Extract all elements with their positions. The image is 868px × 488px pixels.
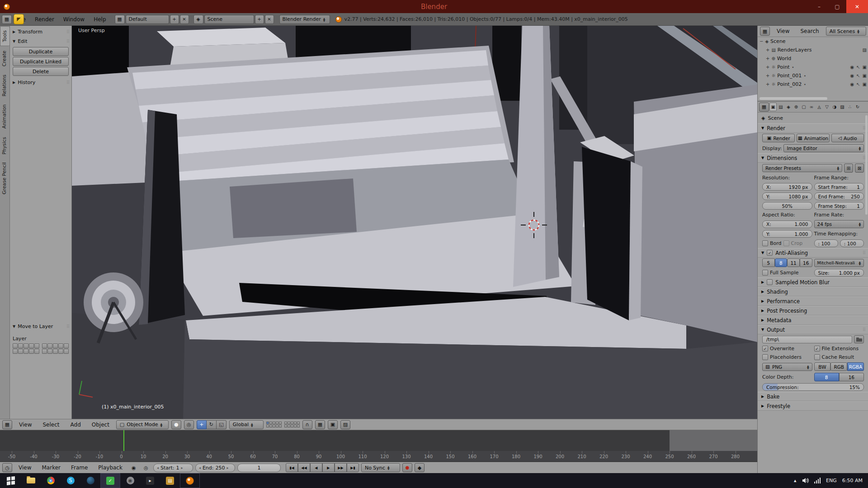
end-frame-field[interactable]: ◂End: 250▸ — [195, 464, 235, 472]
expander-icon[interactable]: + — [766, 47, 769, 52]
taskbar-icon-yellow-app[interactable]: ▤ — [160, 473, 180, 488]
pivot-point-button[interactable]: ◎ — [184, 420, 194, 429]
auto-keyframe-button[interactable]: ● — [402, 463, 412, 472]
scene-browse-button[interactable]: ◈ — [193, 15, 203, 24]
render-audio-button[interactable]: ◁ Audio — [831, 134, 864, 142]
start-frame-field[interactable]: Start Frame:1 — [814, 183, 864, 191]
preset-delete-button[interactable]: ⊠ — [855, 164, 864, 173]
3d-viewport[interactable]: User Persp (1) x0_main_interior_005 — [72, 26, 757, 419]
color-depth-16-button[interactable]: 16 — [839, 373, 864, 381]
expander-icon[interactable]: + — [766, 56, 769, 61]
outliner-display-select[interactable]: All Scenes ▲▼ — [826, 27, 866, 36]
frame-rate-select[interactable]: 24 fps▲▼ — [814, 220, 864, 228]
layout-delete-button[interactable]: ✕ — [180, 15, 189, 24]
outliner-menu-view[interactable]: View — [773, 26, 793, 36]
file-format-select[interactable]: ▨ PNG ▲▼ — [762, 363, 812, 371]
renderable-icon[interactable]: ▣ — [863, 82, 867, 87]
current-frame-field[interactable]: 1 — [237, 464, 281, 472]
menu-help[interactable]: Help — [90, 14, 110, 24]
taskbar-icon-browser[interactable] — [80, 473, 100, 488]
preset-add-button[interactable]: ⊞ — [844, 164, 853, 173]
jump-to-start-button[interactable]: ▮◀ — [286, 463, 298, 472]
taskbar-icon-green-app[interactable]: ✓ — [100, 473, 120, 488]
compression-slider[interactable]: Compression: 15% — [762, 383, 864, 391]
play-reverse-button[interactable]: ◀ — [310, 463, 322, 472]
panel-performance[interactable]: ▶ Performance — [758, 296, 868, 306]
jump-to-end-button[interactable]: ▶▮ — [347, 463, 359, 472]
placeholders-checkbox[interactable] — [762, 354, 768, 360]
scale-manipulator-button[interactable]: ◱ — [217, 420, 226, 429]
next-keyframe-button[interactable]: ▶▶ — [335, 463, 347, 472]
panel-dimensions[interactable]: ▼ Dimensions ⠿ — [758, 153, 868, 163]
delete-button[interactable]: Delete — [13, 67, 69, 76]
viewport-editor-type-button[interactable]: ▦ — [2, 420, 12, 429]
frame-lock-button[interactable]: ◎ — [141, 463, 151, 472]
layer-grid-right[interactable] — [42, 343, 69, 354]
viewport-menu-view[interactable]: View — [15, 420, 36, 430]
screen-layout-field[interactable]: Default — [126, 15, 169, 24]
properties-vscrollbar[interactable] — [865, 115, 868, 215]
editor-type-button[interactable]: ▦ — [2, 15, 12, 24]
outliner-row-renderlayers[interactable]: + ▤ RenderLayers ▨ — [758, 46, 868, 54]
viewport-menu-select[interactable]: Select — [38, 420, 63, 430]
aa-samples-5-button[interactable]: 5 — [762, 258, 775, 267]
color-mode-rgb-button[interactable]: RGB — [830, 362, 847, 371]
tab-material[interactable]: ◑ — [831, 103, 838, 111]
resolution-y-field[interactable]: Y:1080 px — [762, 192, 812, 200]
taskbar-icon-chrome[interactable] — [41, 473, 61, 488]
menu-render[interactable]: Render — [31, 14, 58, 24]
frame-step-field[interactable]: Frame Step:1 — [814, 202, 864, 210]
timeline-menu-marker[interactable]: Marker — [38, 463, 64, 473]
prev-keyframe-button[interactable]: ◀◀ — [298, 463, 310, 472]
tab-animation[interactable]: Animation — [0, 101, 9, 132]
timeline-menu-playback[interactable]: Playback — [94, 463, 127, 473]
eye-icon[interactable]: ◉ — [850, 73, 854, 78]
tab-create[interactable]: Create — [0, 47, 9, 70]
taskbar-icon-skype[interactable]: S — [61, 473, 80, 488]
tab-world[interactable]: ⊕ — [793, 103, 800, 111]
tray-expand-icon[interactable]: ▴ — [794, 478, 797, 483]
anti-aliasing-checkbox[interactable]: ✓ — [767, 250, 773, 256]
aa-samples-8-button[interactable]: 8 — [775, 258, 788, 267]
panel-shading[interactable]: ▶ Shading — [758, 287, 868, 296]
viewport-shading-button[interactable]: ● — [171, 420, 181, 429]
translate-manipulator-button[interactable]: + — [197, 420, 207, 429]
panel-edit[interactable]: ▼ Edit ⠿ — [13, 37, 69, 46]
renderable-icon[interactable]: ▣ — [863, 65, 867, 70]
maximize-button[interactable]: ▢ — [828, 0, 846, 13]
taskbar-icon-file-explorer[interactable] — [21, 473, 41, 488]
layout-add-button[interactable]: + — [170, 15, 179, 24]
render-button[interactable]: ▣ Render — [762, 134, 795, 142]
viewport-layers-left[interactable] — [266, 422, 282, 427]
motion-blur-checkbox[interactable] — [767, 279, 773, 285]
outliner-row-point-001[interactable]: + ☼ Point_001 ⋆ ◉ ↖ ▣ — [758, 71, 868, 80]
panel-sampled-motion-blur[interactable]: ▶ Sampled Motion Blur — [758, 277, 868, 287]
tab-render[interactable]: ▣ — [769, 103, 777, 111]
start-frame-field[interactable]: ◂Start: 1▸ — [153, 464, 193, 472]
snap-toggle-button[interactable]: ∩ — [302, 420, 312, 429]
tab-texture[interactable]: ▨ — [839, 103, 846, 111]
expander-icon[interactable]: − — [760, 39, 763, 44]
aspect-x-field[interactable]: X:1.000 — [762, 221, 812, 228]
tab-constraints[interactable]: ∞ — [808, 103, 815, 111]
outliner-row-world[interactable]: + ⊕ World — [758, 54, 868, 63]
panel-bake[interactable]: ▶ Bake — [758, 392, 868, 401]
snap-element-button[interactable]: ▦ — [315, 420, 325, 429]
viewport-layers-right[interactable] — [284, 422, 300, 427]
network-icon[interactable] — [814, 478, 821, 483]
timeline-editor-type-button[interactable]: ◷ — [2, 463, 12, 472]
menu-window[interactable]: Window — [59, 14, 89, 24]
selectable-icon[interactable]: ↖ — [856, 82, 860, 87]
outliner-editor-type-button[interactable]: ▦ — [760, 27, 770, 36]
folder-browse-button[interactable] — [854, 335, 864, 343]
aa-size-field[interactable]: Size:1.000 px — [814, 269, 864, 277]
play-button[interactable]: ▶ — [322, 463, 335, 472]
file-extensions-checkbox[interactable]: ✓ — [814, 346, 820, 352]
panel-move-to-layer[interactable]: ▼ Move to Layer ⠿ — [13, 322, 69, 331]
screen-layout-browse-button[interactable]: ▦ — [115, 15, 125, 24]
tab-relations[interactable]: Relations — [0, 71, 9, 100]
tab-tools[interactable]: Tools — [0, 26, 9, 46]
opengl-render-button[interactable]: ▣ — [328, 420, 338, 429]
panel-render[interactable]: ▼ Render ⠿ — [758, 123, 868, 133]
tab-grease-pencil[interactable]: Grease Pencil — [0, 159, 9, 198]
